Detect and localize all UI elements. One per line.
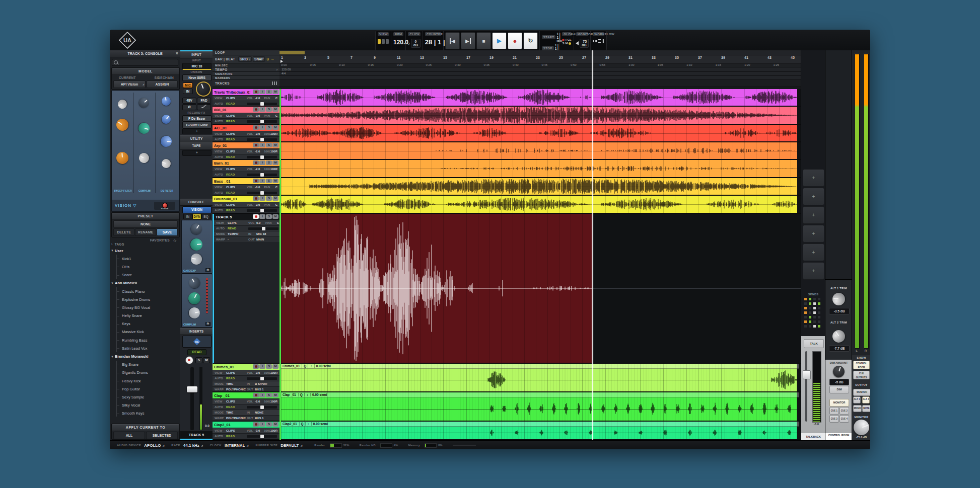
rate-item[interactable]: RATE 44.1 kHz ◢ xyxy=(171,443,202,448)
search-input[interactable] xyxy=(112,59,178,66)
track-record-arm-button[interactable] xyxy=(253,196,259,201)
clip-row[interactable] xyxy=(279,178,801,196)
workflow-record-icon[interactable] xyxy=(593,40,594,42)
row-value[interactable]: CLIPS xyxy=(226,186,235,189)
audio-clip[interactable] xyxy=(281,178,797,195)
clock-item[interactable]: CLOCK INTERNAL ◢ xyxy=(210,443,249,448)
apply-selected-button[interactable]: SELECTED xyxy=(146,432,178,439)
track-header[interactable]: Clap2_01ISMVIEWCLIPSVOL-2.6100L100RAUTOR… xyxy=(213,422,279,440)
clip-stretch-icon[interactable]: ↕ xyxy=(307,393,308,396)
apply-all-button[interactable]: ALL xyxy=(113,432,145,439)
track-m-button[interactable]: M xyxy=(272,393,278,397)
alt1-trim-knob[interactable] xyxy=(832,293,845,305)
mic-button[interactable]: MIC xyxy=(183,83,193,88)
pan-slider[interactable] xyxy=(248,227,278,230)
tree-item[interactable]: Pop Guitar xyxy=(110,385,180,393)
track-record-arm-button[interactable] xyxy=(253,125,259,130)
tree-item[interactable]: Rumbling Bass xyxy=(110,336,180,344)
track-m-button[interactable]: M xyxy=(272,160,278,165)
track-i-button[interactable]: I xyxy=(259,393,265,397)
time-ruler[interactable]: 0:000:050:100:150:200:250:300:350:400:45… xyxy=(279,63,801,67)
bar-beat-lane[interactable]: BAR | BEAT GRID ♪ SNAP ∪ → xyxy=(213,55,279,63)
pan-slider[interactable] xyxy=(247,120,277,123)
loop-region[interactable] xyxy=(279,51,305,54)
output-monitor-button[interactable]: MONITOR xyxy=(853,389,870,396)
pan-value[interactable]: C xyxy=(275,97,277,100)
clip-pitch-badge[interactable]: 0.00 semi xyxy=(314,364,331,368)
row-value[interactable]: READ xyxy=(226,155,235,158)
track-m-button[interactable]: M xyxy=(272,90,278,94)
track-i-button[interactable]: I xyxy=(259,196,265,201)
console-in-tab[interactable]: IN xyxy=(183,214,192,219)
play-button[interactable]: ▶ xyxy=(492,32,507,49)
track-i-button[interactable]: I xyxy=(259,422,265,427)
list-view-icon[interactable] xyxy=(378,39,381,44)
tape-add-slot[interactable]: + xyxy=(182,150,212,156)
rtz-button[interactable]: ◀ xyxy=(445,32,460,49)
dim-button[interactable]: DIM xyxy=(829,386,849,393)
vision-console-button[interactable]: VISION xyxy=(182,206,212,213)
track-record-arm-button[interactable] xyxy=(253,214,259,219)
pan-value[interactable]: C xyxy=(275,186,277,189)
comp-in-button[interactable]: IN xyxy=(205,322,211,326)
source-monitor-button[interactable]: MONITOR xyxy=(829,399,849,406)
row-value[interactable]: CLIPS xyxy=(226,150,235,153)
row-value[interactable]: CLIPS xyxy=(228,221,237,224)
pan-value[interactable]: 100R xyxy=(270,429,277,432)
grid-selector[interactable]: GRID ♪ xyxy=(238,56,252,62)
channel-fader-handle[interactable] xyxy=(187,386,197,392)
workflow-link-icon[interactable] xyxy=(595,40,597,42)
workflow-list-icon[interactable] xyxy=(598,39,601,43)
track-header[interactable]: AC _01ISMVIEWCLIPSVOL-2.6100L100RAUTOREA… xyxy=(213,125,279,142)
metronome-icon[interactable]: ♪ xyxy=(408,41,410,46)
pan-slider[interactable] xyxy=(247,192,277,194)
preset-rename-button[interactable]: RENAME xyxy=(135,228,156,236)
track-m-button[interactable]: M xyxy=(272,179,278,183)
talk-button[interactable]: TALK xyxy=(804,339,824,348)
strip-track-name[interactable]: TRACK 5 xyxy=(180,431,213,439)
mono-button[interactable]: MONO xyxy=(853,405,862,412)
pan-slider-thumb[interactable] xyxy=(260,405,264,409)
input-select[interactable]: MIC 18 xyxy=(182,63,212,70)
audio-clip[interactable] xyxy=(281,142,797,159)
row-value[interactable]: CLIPS xyxy=(226,400,235,403)
console-eq-tab[interactable]: EQ xyxy=(201,214,211,219)
row-value[interactable]: POLYPHONIC xyxy=(226,417,246,420)
clip-quantize-badge[interactable]: Q xyxy=(298,393,305,396)
pan-value[interactable]: 100R xyxy=(270,132,277,135)
tree-item[interactable]: OHs xyxy=(110,263,180,271)
insert-slot-1[interactable]: UA xyxy=(182,336,212,348)
bpm-value[interactable]: 120.0 xyxy=(393,39,403,46)
tags-chevron-icon[interactable]: › xyxy=(111,242,112,246)
alt2-trim-knob[interactable] xyxy=(830,328,848,345)
tree-item[interactable]: Big Snare xyxy=(110,361,180,369)
track-name-bar[interactable]: Travis Thibodaux_01ISM xyxy=(213,89,279,95)
track-name-bar[interactable]: Bouzouki_01ISM xyxy=(213,196,279,202)
pan-slider-thumb[interactable] xyxy=(260,435,264,438)
pan-slider[interactable] xyxy=(247,174,277,176)
pan-slider-thumb[interactable] xyxy=(260,138,264,141)
min-sec-lane[interactable]: MIN:SEC xyxy=(213,63,279,67)
talkback-fader-handle[interactable] xyxy=(803,370,811,379)
strip-record-arm-button[interactable] xyxy=(185,356,193,364)
global-record-icon[interactable] xyxy=(562,39,565,41)
clip-row[interactable] xyxy=(279,107,801,125)
vol-value[interactable]: -2.6 xyxy=(255,114,260,117)
global-clip-toggle[interactable]: CL xyxy=(568,38,572,41)
track-m-button[interactable]: M xyxy=(272,125,278,130)
recordfx-slot-2[interactable]: C-Suite C-Vox xyxy=(182,122,212,128)
row-value[interactable]: READ xyxy=(226,138,235,141)
clip-stretch-icon[interactable]: ↕ xyxy=(310,364,312,368)
power-button[interactable]: POWER xyxy=(154,202,175,210)
row-value[interactable]: CLIPS xyxy=(226,114,235,117)
preset-select[interactable]: NONE xyxy=(113,220,178,228)
send-slot-add[interactable]: + xyxy=(803,243,824,261)
row-value[interactable]: READ xyxy=(226,102,235,105)
track-i-button[interactable]: I xyxy=(259,125,265,130)
track-s-button[interactable]: S xyxy=(266,422,272,427)
row-value[interactable]: READ xyxy=(226,435,235,438)
track-s-button[interactable]: S xyxy=(266,196,272,201)
playhead[interactable] xyxy=(592,50,593,440)
out-value[interactable]: BUS 1 xyxy=(255,388,264,391)
grid-view-icon[interactable] xyxy=(382,39,385,44)
